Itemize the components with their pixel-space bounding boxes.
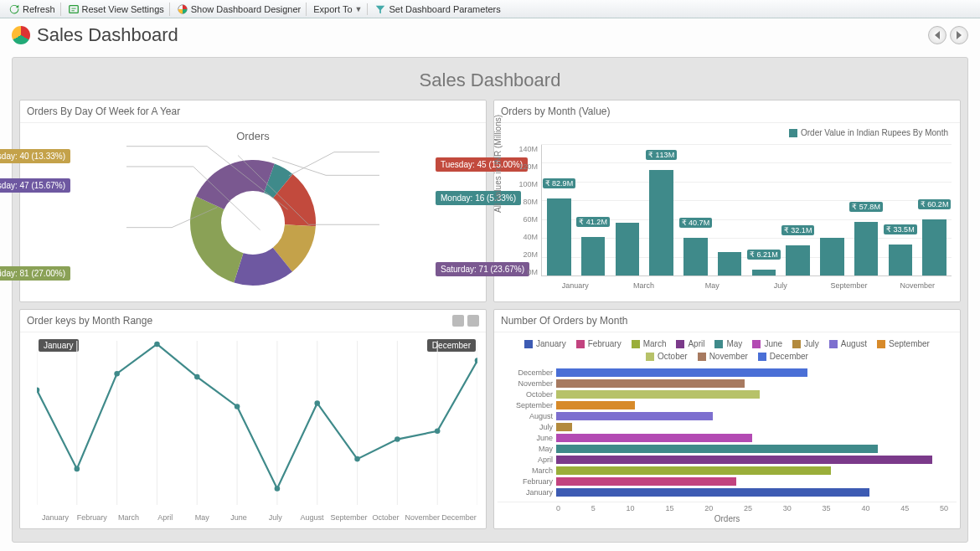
donut-slice[interactable] xyxy=(190,196,243,282)
export-button[interactable]: Export To ▼ xyxy=(308,3,368,15)
reset-view-button[interactable]: Reset View Settings xyxy=(63,3,170,16)
show-designer-button[interactable]: Show Dashboard Designer xyxy=(172,3,307,16)
legend-swatch-icon xyxy=(698,353,706,361)
bar-column[interactable]: ₹ 113M xyxy=(644,145,678,276)
hlegend-item: July xyxy=(792,339,819,348)
bars-ylabel: All Values in INR (Millions) xyxy=(493,114,503,212)
legend-swatch-icon xyxy=(632,340,640,348)
panel-line: Order keys by Month Range January Decemb… xyxy=(19,309,487,529)
donut-chart-title: Orders xyxy=(23,130,482,142)
hbar-row[interactable]: April xyxy=(556,455,948,465)
xtick: March xyxy=(610,281,678,290)
svg-point-23 xyxy=(395,436,400,442)
nav-buttons xyxy=(928,26,968,44)
bar-column[interactable]: ₹ 40.7M xyxy=(678,145,713,276)
hbar-row[interactable]: October xyxy=(556,389,948,399)
svg-point-14 xyxy=(37,388,39,394)
hbar-row[interactable]: November xyxy=(556,378,948,389)
donut-chart[interactable] xyxy=(178,147,328,298)
hbar xyxy=(556,445,878,453)
hlegend-item: August xyxy=(829,339,867,348)
svg-point-19 xyxy=(235,404,240,409)
legend-swatch-icon xyxy=(752,340,761,348)
set-params-button[interactable]: Set Dashboard Parameters xyxy=(369,3,505,16)
export-label: Export To xyxy=(313,4,352,14)
nav-forward-button[interactable] xyxy=(950,26,968,44)
dashboard-icon xyxy=(177,3,188,15)
hxtick: 25 xyxy=(744,504,752,512)
reset-label: Reset View Settings xyxy=(82,4,164,14)
hbar-row[interactable]: January xyxy=(556,487,948,497)
hbar-label: August xyxy=(501,412,553,420)
bar-value-label: ₹ 82.9M xyxy=(543,178,576,188)
line-xtick: July xyxy=(257,513,294,522)
bar-column[interactable]: ₹ 82.9M xyxy=(542,145,576,276)
xtick: September xyxy=(815,281,884,290)
bar-column[interactable] xyxy=(611,145,645,276)
nav-back-button[interactable] xyxy=(928,26,946,44)
hbar xyxy=(556,390,760,399)
hbar-row[interactable]: June xyxy=(556,433,948,443)
ytick: 0M xyxy=(513,268,538,276)
hbar-row[interactable]: December xyxy=(556,368,948,378)
refresh-icon xyxy=(8,3,20,15)
ytick: 60M xyxy=(513,215,538,224)
hbar-label: December xyxy=(501,368,553,377)
hbars-chart[interactable]: DecemberNovemberOctoberSeptemberAugustJu… xyxy=(498,364,957,502)
hxtick: 15 xyxy=(665,504,673,512)
legend-swatch-icon xyxy=(789,129,797,137)
panel-donut-title: Orders By Day Of Week for A Year xyxy=(27,106,180,117)
bar-value-label: ₹ 6.21M xyxy=(747,250,781,260)
hbars-body: JanuaryFebruaryMarchAprilMayJuneJulyAugu… xyxy=(494,332,960,528)
hbar-label: November xyxy=(501,379,553,388)
refresh-button[interactable]: Refresh xyxy=(3,3,61,16)
hlegend-item: February xyxy=(576,339,622,348)
hbar-row[interactable]: February xyxy=(556,476,948,487)
hbar-row[interactable]: July xyxy=(556,422,948,432)
bar-column[interactable]: ₹ 33.5M xyxy=(884,145,918,276)
svg-point-17 xyxy=(154,342,160,348)
panel-donut: Orders By Day Of Week for A Year Orders … xyxy=(19,100,487,302)
hbar xyxy=(556,423,572,431)
hbar-row[interactable]: September xyxy=(556,400,948,410)
bar-column[interactable] xyxy=(713,145,747,276)
set-params-label: Set Dashboard Parameters xyxy=(389,4,500,14)
hxtick: 30 xyxy=(783,504,792,512)
hbars-legend: JanuaryFebruaryMarchAprilMayJuneJulyAugu… xyxy=(498,336,957,364)
bar-column[interactable]: ₹ 32.1M xyxy=(781,145,815,276)
bar-column[interactable]: ₹ 57.8M xyxy=(849,145,884,276)
hlegend-item: March xyxy=(632,339,667,348)
hbar-row[interactable]: August xyxy=(556,411,948,421)
settings-icon[interactable] xyxy=(467,315,479,327)
hbar-row[interactable]: May xyxy=(556,444,948,454)
bars-chart[interactable]: ₹ 82.9M₹ 41.2M₹ 113M₹ 40.7M₹ 6.21M₹ 32.1… xyxy=(541,145,952,276)
xtick: July xyxy=(746,281,815,290)
hbar-label: January xyxy=(501,488,553,497)
svg-point-25 xyxy=(475,358,477,363)
hxtick: 0 xyxy=(556,504,560,512)
line-xtick: October xyxy=(368,513,405,522)
donut-callout: Friday: 81 (27.00%) xyxy=(0,266,70,281)
line-xtick: December xyxy=(441,513,477,522)
svg-point-20 xyxy=(275,486,281,492)
hbar xyxy=(556,456,932,464)
hbar-row[interactable]: March xyxy=(556,466,948,476)
bar-column[interactable] xyxy=(815,145,849,276)
hbar xyxy=(556,412,713,420)
hxtick: 50 xyxy=(940,504,948,512)
page-header: Sales Dashboard xyxy=(0,18,980,52)
hlegend-item: April xyxy=(676,339,704,348)
bar-column[interactable]: ₹ 6.21M xyxy=(747,145,781,276)
bar-column[interactable]: ₹ 41.2M xyxy=(576,145,611,276)
toolbar: Refresh Reset View Settings Show Dashboa… xyxy=(0,0,980,18)
panel-grid: Orders By Day Of Week for A Year Orders … xyxy=(19,100,961,527)
donut-callout: Wednesday: 40 (13.33%) xyxy=(0,149,70,163)
reset-icon xyxy=(68,3,80,15)
legend-swatch-icon xyxy=(877,340,885,348)
hbar xyxy=(556,401,635,409)
bars-legend: Order Value in Indian Rupees By Month xyxy=(498,126,957,139)
bar-column[interactable]: ₹ 60.2M xyxy=(917,145,952,276)
filter-icon[interactable] xyxy=(452,315,464,327)
svg-point-24 xyxy=(435,429,441,435)
line-chart[interactable] xyxy=(37,341,477,505)
